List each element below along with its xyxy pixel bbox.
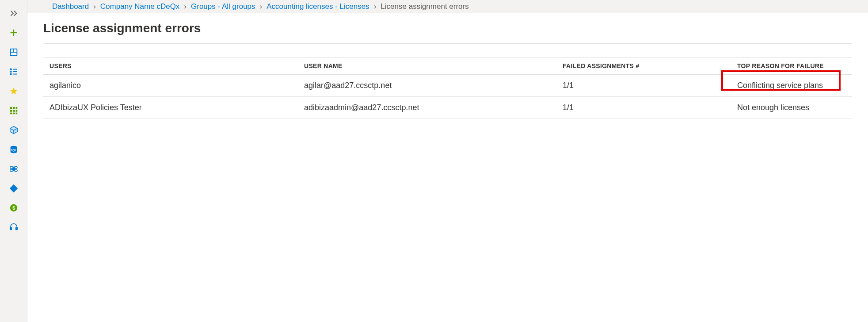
breadcrumb-current: License assignment errors bbox=[381, 2, 468, 11]
cell-username: adibizaadmin@aad27.ccsctp.net bbox=[304, 103, 563, 112]
column-header-reason[interactable]: Top Reason for Failure bbox=[737, 62, 852, 69]
svg-rect-16 bbox=[10, 110, 12, 112]
svg-rect-21 bbox=[15, 113, 17, 115]
breadcrumb-separator: › bbox=[260, 2, 263, 11]
devops-nav-button[interactable] bbox=[0, 179, 27, 198]
table-row[interactable]: ADIbizaUX Policies Tester adibizaadmin@a… bbox=[43, 97, 852, 119]
svg-rect-19 bbox=[10, 113, 12, 115]
breadcrumb: Dashboard › Company Name cDeQx › Groups … bbox=[27, 0, 868, 13]
main-panel: License assignment errors Users User Nam… bbox=[27, 13, 868, 322]
svg-point-26 bbox=[12, 168, 15, 170]
svg-marker-12 bbox=[10, 88, 17, 95]
favorites-nav-button[interactable] bbox=[0, 81, 27, 101]
svg-rect-14 bbox=[13, 107, 15, 109]
svg-rect-4 bbox=[14, 50, 16, 52]
svg-rect-18 bbox=[15, 110, 17, 112]
cosmos-nav-button[interactable] bbox=[0, 159, 27, 179]
dashboard-icon bbox=[9, 47, 19, 57]
column-header-username[interactable]: User Name bbox=[304, 62, 563, 69]
svg-rect-17 bbox=[13, 110, 15, 112]
svg-marker-29 bbox=[9, 184, 17, 192]
svg-rect-32 bbox=[10, 227, 11, 230]
breadcrumb-link-groups[interactable]: Groups - All groups bbox=[191, 2, 255, 11]
column-header-failed[interactable]: Failed Assignments # bbox=[563, 62, 737, 69]
svg-rect-20 bbox=[13, 113, 15, 115]
breadcrumb-link-company[interactable]: Company Name cDeQx bbox=[100, 2, 180, 11]
sql-icon: SQL bbox=[9, 145, 19, 154]
all-services-nav-button[interactable] bbox=[0, 101, 27, 120]
svg-text:$: $ bbox=[12, 206, 15, 211]
cost-icon: $ bbox=[9, 203, 19, 213]
cost-nav-button[interactable]: $ bbox=[0, 198, 27, 218]
svg-rect-13 bbox=[10, 107, 12, 109]
svg-rect-3 bbox=[11, 50, 13, 52]
virtual-machines-nav-button[interactable] bbox=[0, 120, 27, 140]
svg-rect-5 bbox=[11, 53, 16, 55]
devops-icon bbox=[9, 184, 19, 193]
svg-point-6 bbox=[10, 69, 11, 69]
cell-failed: 1/1 bbox=[563, 103, 737, 112]
cube-icon bbox=[9, 125, 19, 135]
cell-failed: 1/1 bbox=[563, 81, 737, 90]
sql-nav-button[interactable]: SQL bbox=[0, 140, 27, 159]
add-icon bbox=[9, 28, 19, 38]
expand-icon bbox=[9, 8, 19, 18]
breadcrumb-link-dashboard[interactable]: Dashboard bbox=[52, 2, 89, 11]
create-resource-button[interactable] bbox=[0, 23, 27, 42]
cell-reason: Conflicting service plans bbox=[737, 81, 852, 90]
breadcrumb-separator: › bbox=[184, 2, 187, 11]
left-nav-rail: SQL $ bbox=[0, 0, 27, 322]
list-icon bbox=[9, 67, 19, 77]
star-icon bbox=[9, 86, 19, 96]
column-header-users[interactable]: Users bbox=[43, 62, 304, 69]
breadcrumb-separator: › bbox=[374, 2, 377, 11]
dashboard-nav-button[interactable] bbox=[0, 42, 27, 62]
breadcrumb-separator: › bbox=[93, 2, 96, 11]
svg-text:SQL: SQL bbox=[11, 149, 16, 152]
svg-point-8 bbox=[10, 73, 11, 74]
svg-rect-33 bbox=[15, 227, 17, 230]
breadcrumb-link-licenses[interactable]: Accounting licenses - Licenses bbox=[266, 2, 369, 11]
page-title: License assignment errors bbox=[43, 13, 852, 44]
svg-point-7 bbox=[10, 71, 11, 72]
svg-rect-15 bbox=[15, 107, 17, 109]
errors-table: Users User Name Failed Assignments # Top… bbox=[43, 57, 852, 119]
table-row[interactable]: agilanico agilar@aad27.ccsctp.net 1/1 Co… bbox=[43, 75, 852, 97]
cell-reason: Not enough licenses bbox=[737, 103, 852, 112]
expand-nav-button[interactable] bbox=[0, 4, 27, 23]
cell-users: agilanico bbox=[43, 81, 304, 90]
cell-users: ADIbizaUX Policies Tester bbox=[43, 103, 304, 112]
cosmos-icon bbox=[9, 164, 19, 174]
support-nav-button[interactable] bbox=[0, 218, 27, 237]
all-services-icon bbox=[9, 106, 19, 115]
support-icon bbox=[9, 222, 19, 232]
cell-username: agilar@aad27.ccsctp.net bbox=[304, 81, 563, 90]
all-resources-nav-button[interactable] bbox=[0, 62, 27, 81]
table-header-row: Users User Name Failed Assignments # Top… bbox=[43, 57, 852, 75]
